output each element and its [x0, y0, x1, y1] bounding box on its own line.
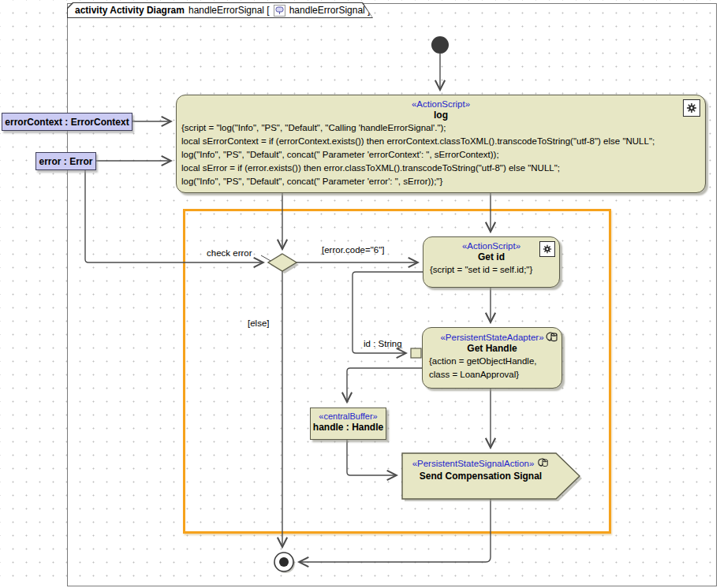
get-id-stereotype: «ActionScript»	[430, 240, 553, 251]
errorcontext-label: errorContext : ErrorContext	[5, 117, 129, 128]
log-script-line: log("Info", "PS", "Default", concat(" Pa…	[181, 175, 700, 188]
log-script-line: log("Info", "PS", "Default", concat(" Pa…	[181, 148, 700, 162]
guard-else[interactable]: [else]	[248, 318, 270, 328]
id-input-pin[interactable]	[411, 348, 421, 358]
activity-diagram-icon	[274, 5, 285, 17]
script-gear-icon	[539, 241, 555, 257]
log-stereotype: «ActionScript»	[181, 99, 700, 110]
get-handle-name: Get Handle	[429, 343, 555, 355]
edge-name-check-error[interactable]: check error	[207, 248, 252, 258]
log-name: log	[181, 110, 700, 121]
send-signal-stereotype: «PersistentStateSignalAction»	[412, 458, 535, 469]
object-node-error[interactable]: error : Error	[35, 152, 96, 170]
get-id-script: {script = "set id = self.id;"}	[430, 263, 553, 277]
get-handle-body-line: {action = getObjectHandle,	[429, 355, 555, 368]
activity-diagram-canvas: activity Activity Diagram handleErrorSig…	[0, 0, 720, 588]
log-script-line: local sErrorContext = if (errorContext.e…	[181, 135, 700, 148]
diagram-context-name: handleErrorSignal ]	[289, 5, 371, 16]
action-node-log[interactable]: «ActionScript» log {script = "log("Info"…	[176, 95, 706, 193]
send-signal-name: Send Compensation Signal	[404, 471, 558, 482]
object-node-errorcontext[interactable]: errorContext : ErrorContext	[2, 113, 132, 131]
action-node-get-handle[interactable]: «PersistentStateAdapter» Get Handle {act…	[422, 327, 562, 389]
get-handle-stereotype: «PersistentStateAdapter»	[429, 332, 555, 343]
initial-node[interactable]	[431, 36, 449, 54]
get-id-name: Get id	[430, 251, 553, 263]
log-script-line: {script = "log("Info", "PS", "Default", …	[181, 121, 700, 135]
script-gear-icon	[683, 99, 700, 117]
final-node[interactable]	[274, 553, 293, 571]
send-signal-node[interactable]: «PersistentStateSignalAction» Send Compe…	[404, 457, 558, 497]
guard-error-code[interactable]: [error.code="6"]	[322, 245, 384, 255]
diagram-name: handleErrorSignal [	[188, 5, 270, 16]
buffer-name: handle : Handle	[312, 422, 384, 434]
pin-label-id-string[interactable]: id : String	[364, 339, 402, 348]
buffer-stereotype: «centralBuffer»	[312, 411, 384, 422]
get-handle-body-line: class = LoanApproval}	[429, 368, 555, 381]
persistent-state-icon	[536, 457, 549, 469]
central-buffer-node[interactable]: «centralBuffer» handle : Handle	[310, 408, 386, 440]
log-script-line: local sError = if (error.exists()) then …	[181, 162, 700, 175]
persistent-state-icon	[544, 331, 558, 347]
error-label: error : Error	[39, 156, 92, 167]
action-node-get-id[interactable]: «ActionScript» Get id {script = "set id …	[423, 236, 560, 288]
diagram-kind-label: activity Activity Diagram	[75, 5, 185, 16]
diagram-header-tab[interactable]: activity Activity Diagram handleErrorSig…	[67, 2, 373, 18]
